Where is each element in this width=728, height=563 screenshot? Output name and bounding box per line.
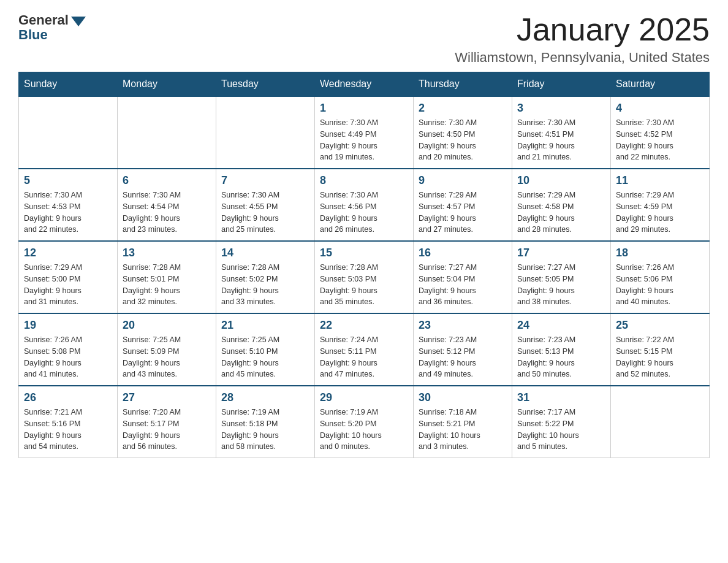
calendar-cell: 15Sunrise: 7:28 AMSunset: 5:03 PMDayligh… <box>315 241 414 313</box>
weekday-header: Wednesday <box>315 72 414 97</box>
calendar-cell: 1Sunrise: 7:30 AMSunset: 4:49 PMDaylight… <box>315 96 414 169</box>
logo-blue-text: Blue <box>18 27 48 43</box>
day-number: 26 <box>24 391 112 404</box>
calendar-cell: 18Sunrise: 7:26 AMSunset: 5:06 PMDayligh… <box>611 241 710 313</box>
calendar-cell: 11Sunrise: 7:29 AMSunset: 4:59 PMDayligh… <box>611 169 710 241</box>
calendar-cell: 29Sunrise: 7:19 AMSunset: 5:20 PMDayligh… <box>315 386 414 458</box>
calendar-cell: 30Sunrise: 7:18 AMSunset: 5:21 PMDayligh… <box>414 386 512 458</box>
weekday-header: Saturday <box>611 72 710 97</box>
day-info: Sunrise: 7:30 AMSunset: 4:52 PMDaylight:… <box>616 117 704 163</box>
calendar-cell: 17Sunrise: 7:27 AMSunset: 5:05 PMDayligh… <box>512 241 611 313</box>
calendar-cell: 22Sunrise: 7:24 AMSunset: 5:11 PMDayligh… <box>315 313 414 386</box>
day-number: 27 <box>123 391 211 404</box>
calendar-cell: 26Sunrise: 7:21 AMSunset: 5:16 PMDayligh… <box>19 386 118 458</box>
day-info: Sunrise: 7:29 AMSunset: 4:57 PMDaylight:… <box>419 190 507 236</box>
day-info: Sunrise: 7:18 AMSunset: 5:21 PMDaylight:… <box>419 407 507 453</box>
calendar-cell <box>216 96 315 169</box>
day-info: Sunrise: 7:30 AMSunset: 4:53 PMDaylight:… <box>24 190 112 236</box>
day-number: 3 <box>517 102 605 115</box>
calendar-cell: 24Sunrise: 7:23 AMSunset: 5:13 PMDayligh… <box>512 313 611 386</box>
day-info: Sunrise: 7:26 AMSunset: 5:08 PMDaylight:… <box>24 334 112 380</box>
day-info: Sunrise: 7:23 AMSunset: 5:13 PMDaylight:… <box>517 334 605 380</box>
day-number: 10 <box>517 174 605 187</box>
day-number: 15 <box>320 247 408 259</box>
calendar-cell: 12Sunrise: 7:29 AMSunset: 5:00 PMDayligh… <box>19 241 118 313</box>
calendar-cell: 19Sunrise: 7:26 AMSunset: 5:08 PMDayligh… <box>19 313 118 386</box>
day-info: Sunrise: 7:24 AMSunset: 5:11 PMDaylight:… <box>320 334 408 380</box>
day-info: Sunrise: 7:27 AMSunset: 5:04 PMDaylight:… <box>419 262 507 308</box>
day-number: 2 <box>419 102 507 115</box>
day-info: Sunrise: 7:29 AMSunset: 4:58 PMDaylight:… <box>517 190 605 236</box>
calendar-cell: 13Sunrise: 7:28 AMSunset: 5:01 PMDayligh… <box>118 241 216 313</box>
calendar-table: SundayMondayTuesdayWednesdayThursdayFrid… <box>18 72 710 458</box>
weekday-header: Thursday <box>414 72 512 97</box>
location-title: Williamstown, Pennsylvania, United State… <box>455 50 710 66</box>
day-info: Sunrise: 7:30 AMSunset: 4:56 PMDaylight:… <box>320 190 408 236</box>
title-block: January 2025 Williamstown, Pennsylvania,… <box>455 12 710 66</box>
logo-arrow-icon <box>71 17 86 26</box>
calendar-week-row: 19Sunrise: 7:26 AMSunset: 5:08 PMDayligh… <box>19 313 710 386</box>
day-number: 21 <box>221 319 309 332</box>
day-info: Sunrise: 7:28 AMSunset: 5:03 PMDaylight:… <box>320 262 408 308</box>
calendar-week-row: 26Sunrise: 7:21 AMSunset: 5:16 PMDayligh… <box>19 386 710 458</box>
day-number: 29 <box>320 391 408 404</box>
day-info: Sunrise: 7:22 AMSunset: 5:15 PMDaylight:… <box>616 334 704 380</box>
day-info: Sunrise: 7:25 AMSunset: 5:09 PMDaylight:… <box>123 334 211 380</box>
day-number: 4 <box>616 102 704 115</box>
weekday-header: Monday <box>118 72 216 97</box>
calendar-cell <box>19 96 118 169</box>
day-info: Sunrise: 7:29 AMSunset: 4:59 PMDaylight:… <box>616 190 704 236</box>
calendar-cell: 9Sunrise: 7:29 AMSunset: 4:57 PMDaylight… <box>414 169 512 241</box>
day-number: 22 <box>320 319 408 332</box>
calendar-cell: 4Sunrise: 7:30 AMSunset: 4:52 PMDaylight… <box>611 96 710 169</box>
day-number: 30 <box>419 391 507 404</box>
day-number: 16 <box>419 247 507 259</box>
logo-general-text: General <box>18 12 69 28</box>
calendar-cell: 20Sunrise: 7:25 AMSunset: 5:09 PMDayligh… <box>118 313 216 386</box>
calendar-week-row: 12Sunrise: 7:29 AMSunset: 5:00 PMDayligh… <box>19 241 710 313</box>
day-info: Sunrise: 7:28 AMSunset: 5:01 PMDaylight:… <box>123 262 211 308</box>
day-info: Sunrise: 7:21 AMSunset: 5:16 PMDaylight:… <box>24 407 112 453</box>
day-number: 1 <box>320 102 408 115</box>
day-number: 24 <box>517 319 605 332</box>
calendar-cell: 21Sunrise: 7:25 AMSunset: 5:10 PMDayligh… <box>216 313 315 386</box>
weekday-header: Friday <box>512 72 611 97</box>
day-number: 6 <box>123 174 211 187</box>
day-number: 13 <box>123 247 211 259</box>
weekday-header: Sunday <box>19 72 118 97</box>
calendar-cell: 2Sunrise: 7:30 AMSunset: 4:50 PMDaylight… <box>414 96 512 169</box>
weekday-header: Tuesday <box>216 72 315 97</box>
day-number: 14 <box>221 247 309 259</box>
day-info: Sunrise: 7:19 AMSunset: 5:18 PMDaylight:… <box>221 407 309 453</box>
day-info: Sunrise: 7:23 AMSunset: 5:12 PMDaylight:… <box>419 334 507 380</box>
calendar-cell: 31Sunrise: 7:17 AMSunset: 5:22 PMDayligh… <box>512 386 611 458</box>
day-number: 7 <box>221 174 309 187</box>
month-title: January 2025 <box>455 12 710 47</box>
day-info: Sunrise: 7:30 AMSunset: 4:55 PMDaylight:… <box>221 190 309 236</box>
page-header: General Blue January 2025 Williamstown, … <box>18 12 710 66</box>
day-number: 11 <box>616 174 704 187</box>
day-info: Sunrise: 7:19 AMSunset: 5:20 PMDaylight:… <box>320 407 408 453</box>
calendar-week-row: 1Sunrise: 7:30 AMSunset: 4:49 PMDaylight… <box>19 96 710 169</box>
day-number: 19 <box>24 319 112 332</box>
calendar-cell: 8Sunrise: 7:30 AMSunset: 4:56 PMDaylight… <box>315 169 414 241</box>
day-info: Sunrise: 7:30 AMSunset: 4:51 PMDaylight:… <box>517 117 605 163</box>
logo: General Blue <box>18 12 86 43</box>
calendar-cell: 16Sunrise: 7:27 AMSunset: 5:04 PMDayligh… <box>414 241 512 313</box>
day-number: 8 <box>320 174 408 187</box>
day-info: Sunrise: 7:30 AMSunset: 4:49 PMDaylight:… <box>320 117 408 163</box>
day-number: 18 <box>616 247 704 259</box>
calendar-cell <box>611 386 710 458</box>
calendar-week-row: 5Sunrise: 7:30 AMSunset: 4:53 PMDaylight… <box>19 169 710 241</box>
day-number: 9 <box>419 174 507 187</box>
calendar-cell: 3Sunrise: 7:30 AMSunset: 4:51 PMDaylight… <box>512 96 611 169</box>
day-info: Sunrise: 7:27 AMSunset: 5:05 PMDaylight:… <box>517 262 605 308</box>
day-info: Sunrise: 7:26 AMSunset: 5:06 PMDaylight:… <box>616 262 704 308</box>
day-number: 23 <box>419 319 507 332</box>
day-number: 31 <box>517 391 605 404</box>
day-number: 5 <box>24 174 112 187</box>
calendar-cell: 14Sunrise: 7:28 AMSunset: 5:02 PMDayligh… <box>216 241 315 313</box>
day-number: 28 <box>221 391 309 404</box>
calendar-cell: 7Sunrise: 7:30 AMSunset: 4:55 PMDaylight… <box>216 169 315 241</box>
day-info: Sunrise: 7:30 AMSunset: 4:54 PMDaylight:… <box>123 190 211 236</box>
